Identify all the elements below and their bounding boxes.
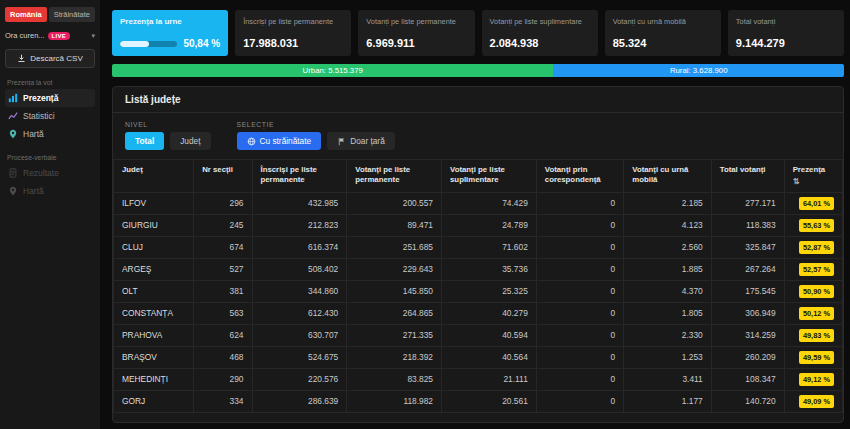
- cell-nr_sectii: 245: [194, 214, 252, 236]
- cell-votanti_urna_mobila: 1.805: [624, 302, 711, 324]
- turnout-badge: 52,87 %: [799, 241, 834, 254]
- cell-total_votanti: 277.171: [711, 192, 784, 214]
- time-selector-label: Ora curen...: [5, 31, 45, 40]
- sidebar-item-statistici[interactable]: Statistici: [5, 107, 95, 125]
- county-row[interactable]: PRAHOVA624630.707271.33540.59402.330314.…: [114, 324, 843, 346]
- sort-icon[interactable]: ⇅: [793, 177, 834, 187]
- cell-votanti_urna_mobila: 2.185: [624, 192, 711, 214]
- panel-title: Listă județe: [113, 87, 843, 113]
- cell-total_votanti: 175.545: [711, 280, 784, 302]
- cell-votanti_urna_mobila: 3.411: [624, 368, 711, 390]
- cell-votanti_corespondenta: 0: [536, 280, 623, 302]
- cell-prezenta: 52,87 %: [784, 236, 842, 258]
- nivel-label: NIVEL: [125, 121, 211, 128]
- time-selector[interactable]: Ora curen... LIVE ▾: [5, 31, 95, 40]
- map-pin-icon: [8, 129, 18, 139]
- sidebar-item-prezenta[interactable]: Prezență: [5, 89, 95, 107]
- cell-votanti_permanente: 200.557: [347, 192, 442, 214]
- tab-romania[interactable]: România: [5, 7, 47, 22]
- cell-prezenta: 49,12 %: [784, 368, 842, 390]
- cell-prezenta: 49,59 %: [784, 346, 842, 368]
- cell-nr_sectii: 468: [194, 346, 252, 368]
- election-dashboard: România Străinătate Ora curen... LIVE ▾ …: [0, 0, 850, 429]
- county-row[interactable]: OLT381344.860145.85025.32504.370175.5455…: [114, 280, 843, 302]
- cell-nr_sectii: 334: [194, 390, 252, 412]
- document-icon: [8, 168, 18, 178]
- county-row[interactable]: CONSTANȚA563612.430264.86540.27901.80530…: [114, 302, 843, 324]
- stat-card: Votanți cu urnă mobilă85.324: [605, 10, 721, 56]
- selectie-group: SELECȚIE Cu străinătate Doar țară: [237, 121, 395, 150]
- sidebar-item-harta[interactable]: Hartă: [5, 125, 95, 143]
- county-row[interactable]: BRAŞOV468524.675218.39240.56401.253260.2…: [114, 346, 843, 368]
- column-header-inscrisi_permanente: Înscriși pe liste permanente: [252, 160, 347, 193]
- county-row[interactable]: ILFOV296432.985200.55774.42902.185277.17…: [114, 192, 843, 214]
- turnout-badge: 49,83 %: [799, 329, 834, 342]
- cell-inscrisi_permanente: 524.675: [252, 346, 347, 368]
- column-header-votanti_urna_mobila: Votanți cu urnă mobilă: [624, 160, 711, 193]
- live-badge: LIVE: [48, 32, 71, 40]
- cell-inscrisi_permanente: 220.576: [252, 368, 347, 390]
- cell-votanti_suplimentare: 74.429: [442, 192, 537, 214]
- sidebar-item-label: Prezență: [23, 93, 58, 103]
- turnout-badge: 50,90 %: [799, 285, 834, 298]
- cell-votanti_permanente: 145.850: [347, 280, 442, 302]
- county-row[interactable]: GIURGIU245212.82389.47124.78904.123118.3…: [114, 214, 843, 236]
- stat-card-value: 17.988.031: [243, 37, 343, 49]
- nivel-total-button[interactable]: Total: [125, 132, 164, 150]
- turnout-badge: 49,59 %: [799, 351, 834, 364]
- cell-nr_sectii: 624: [194, 324, 252, 346]
- turnout-badge: 49,12 %: [799, 373, 834, 386]
- county-row[interactable]: ARGEŞ527508.402229.64335.73601.885267.26…: [114, 258, 843, 280]
- sidebar: România Străinătate Ora curen... LIVE ▾ …: [0, 0, 100, 429]
- cell-inscrisi_permanente: 612.430: [252, 302, 347, 324]
- cell-votanti_suplimentare: 24.789: [442, 214, 537, 236]
- cell-total_votanti: 108.347: [711, 368, 784, 390]
- cell-votanti_corespondenta: 0: [536, 368, 623, 390]
- download-csv-button[interactable]: Descarcă CSV: [5, 49, 95, 68]
- cell-judet: BRAŞOV: [114, 346, 194, 368]
- cell-nr_sectii: 674: [194, 236, 252, 258]
- stat-card-label: Înscriși pe liste permanente: [243, 17, 343, 27]
- download-csv-label: Descarcă CSV: [30, 54, 82, 63]
- county-row[interactable]: GORJ334286.639118.98220.56101.177140.720…: [114, 390, 843, 412]
- sidebar-item-label: Hartă: [23, 186, 44, 196]
- cell-total_votanti: 260.209: [711, 346, 784, 368]
- sidebar-item-rezultate[interactable]: Rezultate: [5, 164, 95, 182]
- tab-strainatate[interactable]: Străinătate: [49, 7, 95, 22]
- cell-judet: GORJ: [114, 390, 194, 412]
- nivel-group: NIVEL Total Județ: [125, 121, 211, 150]
- cell-inscrisi_permanente: 508.402: [252, 258, 347, 280]
- stat-card-value: 6.969.911: [366, 37, 466, 49]
- cell-votanti_corespondenta: 0: [536, 346, 623, 368]
- cell-votanti_permanente: 271.335: [347, 324, 442, 346]
- nivel-judet-button[interactable]: Județ: [170, 132, 210, 150]
- cu-strainatate-button[interactable]: Cu străinătate: [237, 132, 322, 150]
- stat-cards: Prezența la urne 50,84 % Înscriși pe lis…: [112, 10, 844, 56]
- stat-card-value: 2.084.938: [490, 37, 590, 49]
- turnout-progress-track: [120, 41, 177, 47]
- country-tabs: România Străinătate: [5, 7, 95, 22]
- cell-prezenta: 49,83 %: [784, 324, 842, 346]
- sidebar-item-harta-pv[interactable]: Hartă: [5, 182, 95, 200]
- download-icon: [17, 54, 26, 63]
- turnout-label: Prezența la urne: [120, 17, 220, 27]
- cell-votanti_corespondenta: 0: [536, 214, 623, 236]
- cell-inscrisi_permanente: 616.374: [252, 236, 347, 258]
- sidebar-item-label: Statistici: [23, 111, 55, 121]
- cell-votanti_urna_mobila: 4.370: [624, 280, 711, 302]
- turnout-value: 50,84 %: [183, 38, 220, 49]
- stat-card-label: Votanți pe liste suplimentare: [490, 17, 590, 27]
- cell-votanti_corespondenta: 0: [536, 324, 623, 346]
- turnout-badge: 64,01 %: [799, 197, 834, 210]
- map-pin-icon: [8, 186, 18, 196]
- column-header-prezenta[interactable]: Prezența⇅: [784, 160, 842, 193]
- cell-nr_sectii: 296: [194, 192, 252, 214]
- cell-judet: GIURGIU: [114, 214, 194, 236]
- county-table-head-row: JudețNr secțiiÎnscriși pe liste permanen…: [114, 160, 843, 193]
- county-row[interactable]: MEHEDINȚI290220.57683.82521.11103.411108…: [114, 368, 843, 390]
- cell-judet: OLT: [114, 280, 194, 302]
- rural-segment: Rural: 3.628.900: [553, 64, 844, 77]
- county-row[interactable]: CLUJ674616.374251.68571.60202.560325.847…: [114, 236, 843, 258]
- doar-tara-button[interactable]: Doar țară: [327, 132, 395, 150]
- cell-votanti_urna_mobila: 1.885: [624, 258, 711, 280]
